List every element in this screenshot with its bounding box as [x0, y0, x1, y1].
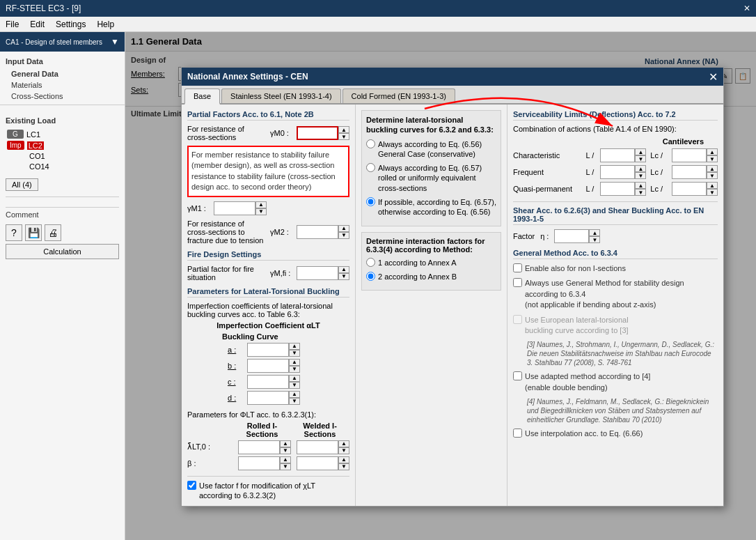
- sidebar-icon-print[interactable]: 🖨: [45, 224, 61, 241]
- ltb-spin-up-b[interactable]: ▲: [289, 359, 300, 366]
- sl-freq-input1[interactable]: 200: [600, 165, 635, 179]
- sl-char-input2[interactable]: 150: [672, 148, 707, 162]
- pf-input-gm2[interactable]: 1.250: [297, 225, 338, 239]
- tab-cold-formed[interactable]: Cold Formed (EN 1993-1-3): [342, 88, 455, 103]
- calculation-button[interactable]: Calculation: [6, 244, 119, 259]
- pf-row-2-box: For member resistance to stability failu…: [187, 146, 349, 197]
- phi-input-1a[interactable]: 0.400: [238, 440, 280, 454]
- phi-input-1b[interactable]: 0.400: [297, 440, 338, 454]
- ltb-radio-2[interactable]: [366, 163, 375, 172]
- phi-spin-up-1b[interactable]: ▲: [338, 440, 349, 447]
- menu-file[interactable]: File: [6, 20, 19, 29]
- phi-input-2a[interactable]: 0.750: [238, 456, 280, 470]
- ltb-input-b[interactable]: 0.340: [247, 359, 289, 373]
- sl-quasi-spin-up2[interactable]: ▲: [707, 182, 718, 189]
- load-co1-label[interactable]: CO1: [29, 152, 45, 160]
- sl-quasi-input1[interactable]: 200: [600, 182, 635, 196]
- phi-spin-down-1b[interactable]: ▼: [338, 447, 349, 454]
- sl-freq-spin-up2[interactable]: ▲: [707, 165, 718, 172]
- tab-base[interactable]: Base: [184, 88, 220, 105]
- ltb-input-d[interactable]: 0.760: [247, 391, 289, 405]
- sidebar-item-general-data[interactable]: General Data: [0, 68, 125, 79]
- menu-edit[interactable]: Edit: [30, 20, 45, 29]
- phi-spin-down-2b[interactable]: ▼: [338, 463, 349, 470]
- pf-spin-down-1[interactable]: ▼: [338, 133, 349, 140]
- sl-char-spin-down1[interactable]: ▼: [635, 155, 646, 162]
- ltb-col-header: Imperfection Coefficient αLT: [187, 321, 349, 330]
- sl-freq-spin-up1[interactable]: ▲: [635, 165, 646, 172]
- ltb-spin-up-d[interactable]: ▲: [289, 391, 300, 398]
- sl-quasi-spin-down2[interactable]: ▼: [707, 189, 718, 196]
- sidebar-item-materials[interactable]: Materials: [0, 79, 125, 91]
- sl-freq-spin-down1[interactable]: ▼: [635, 172, 646, 179]
- load-badge-imp: Imp: [7, 141, 24, 150]
- shear-spin-down[interactable]: ▼: [589, 236, 600, 243]
- fire-input[interactable]: 1.000: [297, 266, 338, 280]
- ltb-radio-1[interactable]: [366, 139, 375, 148]
- gm-checkbox-1[interactable]: [513, 263, 522, 272]
- sl-char-spin-down2[interactable]: ▼: [707, 155, 718, 162]
- ltb-input-c[interactable]: 0.490: [247, 375, 289, 389]
- load-lc2-label[interactable]: LC2: [27, 141, 44, 150]
- fire-spin-up[interactable]: ▲: [338, 266, 349, 273]
- menu-help[interactable]: Help: [97, 20, 114, 29]
- ltb-spin-up-c[interactable]: ▲: [289, 375, 300, 382]
- tab-stainless[interactable]: Stainless Steel (EN 1993-1-4): [221, 88, 341, 103]
- pf-input-gm1[interactable]: 1.000: [214, 201, 255, 215]
- shear-spin-up[interactable]: ▲: [589, 229, 600, 236]
- sl-freq-spin-down2[interactable]: ▼: [707, 172, 718, 179]
- sl-quasi-input2[interactable]: 100: [672, 182, 707, 196]
- gm-header: General Method Acc. to 6.3.4: [513, 249, 718, 259]
- sl-freq-input2[interactable]: 100: [672, 165, 707, 179]
- all-button[interactable]: All (4): [6, 178, 38, 191]
- sl-char-spin-up1[interactable]: ▲: [635, 148, 646, 155]
- ltb-radio-3[interactable]: [366, 197, 375, 206]
- gm-option-3: Use European lateral-torsionalbuckling c…: [513, 315, 718, 337]
- pf-spin-up-3[interactable]: ▲: [338, 225, 349, 232]
- sl-quasi-spin-down1[interactable]: ▼: [635, 189, 646, 196]
- sidebar-icon-help[interactable]: ?: [6, 224, 22, 241]
- load-lc1-label[interactable]: LC1: [26, 130, 40, 139]
- pf-spin-up-2[interactable]: ▲: [255, 201, 267, 208]
- gm-option-5: Use interpolation acc. to Eq. (6.66): [513, 429, 718, 439]
- pf-spin-down-2[interactable]: ▼: [255, 208, 267, 215]
- pf-spin-down-3[interactable]: ▼: [338, 232, 349, 239]
- int-radio-1[interactable]: [366, 258, 375, 267]
- ltb-spin-down-c[interactable]: ▼: [289, 382, 300, 389]
- modal-close-btn[interactable]: ✕: [709, 70, 718, 84]
- gm-checkbox-2[interactable]: [513, 278, 522, 287]
- phi-spin-down-2a[interactable]: ▼: [280, 463, 291, 470]
- title-close-icon[interactable]: ✕: [743, 3, 750, 13]
- sl-char-prefix2: Lc /: [650, 151, 668, 160]
- factor-f-checkbox[interactable]: [187, 481, 196, 490]
- phi-spin-down-1a[interactable]: ▼: [280, 447, 291, 454]
- pf-spin-up-1[interactable]: ▲: [338, 126, 349, 133]
- sl-quasi-spin-up1[interactable]: ▲: [635, 182, 646, 189]
- ltb-spin-up-a[interactable]: ▲: [289, 343, 300, 350]
- phi-spin-up-1a[interactable]: ▲: [280, 440, 291, 447]
- int-radio-2[interactable]: [366, 272, 375, 281]
- sidebar-dropdown[interactable]: CA1 - Design of steel members ▼: [0, 32, 125, 52]
- gm-checkbox-5[interactable]: [513, 429, 522, 438]
- gm-checkbox-3[interactable]: [513, 315, 522, 324]
- phi-spin-up-2b[interactable]: ▲: [338, 456, 349, 463]
- load-co14-label[interactable]: CO14: [29, 162, 49, 171]
- fire-spin-down[interactable]: ▼: [338, 273, 349, 280]
- ltb-sub-header: Imperfection coefficients of lateral-tor…: [187, 302, 349, 318]
- modal-tabs: Base Stainless Steel (EN 1993-1-4) Cold …: [182, 86, 723, 105]
- menu-settings[interactable]: Settings: [56, 20, 86, 29]
- sl-char-spin-up2[interactable]: ▲: [707, 148, 718, 155]
- dropdown-chevron-icon: ▼: [111, 37, 119, 47]
- ltb-spin-down-b[interactable]: ▼: [289, 366, 300, 373]
- phi-spin-up-2a[interactable]: ▲: [280, 456, 291, 463]
- phi-input-2b[interactable]: 0.750: [297, 456, 338, 470]
- ltb-input-a[interactable]: 0.210: [247, 343, 289, 357]
- sidebar-icon-save[interactable]: 💾: [25, 224, 42, 241]
- sl-char-input1[interactable]: 300: [600, 148, 635, 162]
- pf-input-gm0[interactable]: 1.000: [297, 126, 338, 140]
- shear-input[interactable]: 1.200: [554, 229, 589, 243]
- gm-checkbox-4[interactable]: [513, 371, 522, 380]
- ltb-spin-down-a[interactable]: ▼: [289, 350, 300, 357]
- sidebar-item-cross-sections[interactable]: Cross-Sections: [0, 91, 125, 102]
- ltb-spin-down-d[interactable]: ▼: [289, 398, 300, 405]
